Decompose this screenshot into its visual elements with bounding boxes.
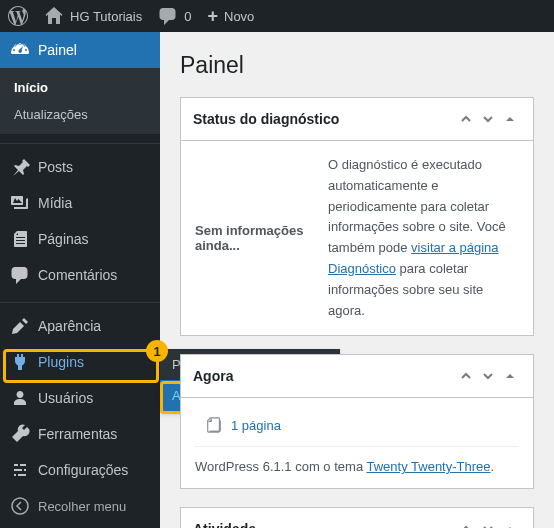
wp-logo[interactable] [0, 0, 36, 32]
theme-link[interactable]: Twenty Twenty-Three [366, 459, 490, 474]
users-icon [10, 388, 30, 408]
menu-separator [0, 298, 160, 303]
submenu-dashboard: Início Atualizações [0, 68, 160, 134]
comment-icon [158, 6, 178, 26]
menu-separator [0, 139, 160, 144]
panel-title: Agora [193, 368, 455, 384]
page-icon [10, 229, 30, 249]
menu-tools[interactable]: Ferramentas [0, 416, 160, 452]
diagnostic-description: O diagnóstico é executado automaticament… [328, 155, 519, 321]
main-content: Painel Status do diagnóstico Sem informa… [160, 32, 554, 528]
move-down-icon[interactable] [477, 365, 499, 387]
page-title: Painel [180, 52, 534, 79]
panel-title: Status do diagnóstico [193, 111, 455, 127]
panel-body: Sem informações ainda... O diagnóstico é… [181, 141, 533, 335]
move-down-icon[interactable] [477, 518, 499, 528]
panel-header: Atividade [181, 508, 533, 528]
panel-title: Atividade [193, 521, 455, 528]
admin-sidebar: Painel Início Atualizações Posts Mídia P… [0, 32, 160, 528]
menu-posts[interactable]: Posts [0, 149, 160, 185]
site-home-link[interactable]: HG Tutoriais [36, 0, 150, 32]
wp-version-footer: WordPress 6.1.1 com o tema Twenty Twenty… [195, 446, 519, 474]
diagnostic-status-text: Sem informações ainda... [195, 155, 310, 321]
submenu-home[interactable]: Início [0, 74, 160, 101]
site-name: HG Tutoriais [70, 9, 142, 24]
menu-comments[interactable]: Comentários [0, 257, 160, 293]
dashboard-icon [10, 40, 30, 60]
admin-bar: HG Tutoriais 0 + Novo [0, 0, 554, 32]
sliders-icon [10, 460, 30, 480]
pages-stat[interactable]: 1 página [195, 412, 519, 446]
pages-stat-icon [205, 416, 223, 434]
comments-menu-icon [10, 265, 30, 285]
toggle-panel-icon[interactable] [499, 108, 521, 130]
move-up-icon[interactable] [455, 365, 477, 387]
panel-header: Agora [181, 355, 533, 398]
plus-icon: + [207, 6, 218, 27]
brush-icon [10, 316, 30, 336]
move-up-icon[interactable] [455, 108, 477, 130]
panel-body: 1 página WordPress 6.1.1 com o tema Twen… [181, 398, 533, 488]
wrench-icon [10, 424, 30, 444]
svg-point-0 [12, 498, 28, 514]
move-up-icon[interactable] [455, 518, 477, 528]
collapse-menu[interactable]: Recolher menu [0, 488, 160, 524]
menu-dashboard[interactable]: Painel [0, 32, 160, 68]
collapse-icon [10, 496, 30, 516]
panel-right-now: Agora 1 página WordPress 6.1.1 com o tem… [180, 354, 534, 489]
menu-settings[interactable]: Configurações [0, 452, 160, 488]
menu-media[interactable]: Mídia [0, 185, 160, 221]
menu-pages[interactable]: Páginas [0, 221, 160, 257]
menu-users[interactable]: Usuários [0, 380, 160, 416]
menu-appearance[interactable]: Aparência [0, 308, 160, 344]
plugin-icon [10, 352, 30, 372]
panel-header: Status do diagnóstico [181, 98, 533, 141]
media-icon [10, 193, 30, 213]
submenu-updates[interactable]: Atualizações [0, 101, 160, 128]
panel-site-health: Status do diagnóstico Sem informações ai… [180, 97, 534, 336]
menu-plugins[interactable]: Plugins [0, 344, 160, 380]
move-down-icon[interactable] [477, 108, 499, 130]
pin-icon [10, 157, 30, 177]
toggle-panel-icon[interactable] [499, 365, 521, 387]
new-content-link[interactable]: + Novo [199, 0, 262, 32]
home-icon [44, 6, 64, 26]
new-label: Novo [224, 9, 254, 24]
toggle-panel-icon[interactable] [499, 518, 521, 528]
comments-link[interactable]: 0 [150, 0, 199, 32]
comments-count: 0 [184, 9, 191, 24]
panel-activity: Atividade [180, 507, 534, 528]
pages-count-link[interactable]: 1 página [231, 418, 281, 433]
